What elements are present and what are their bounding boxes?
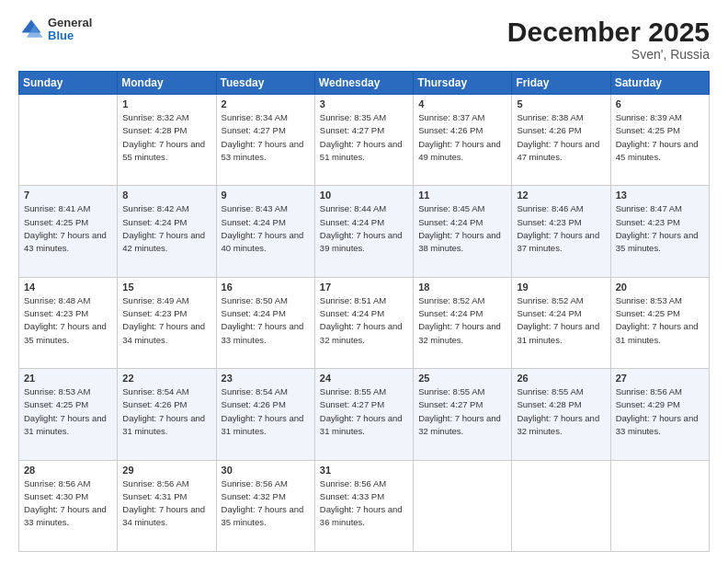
day-number: 8 <box>122 190 210 201</box>
calendar-table: Sunday Monday Tuesday Wednesday Thursday… <box>18 71 710 552</box>
col-sunday: Sunday <box>19 72 118 95</box>
day-number: 14 <box>24 282 112 293</box>
day-number: 22 <box>122 373 210 384</box>
table-row: 8Sunrise: 8:42 AMSunset: 4:24 PMDaylight… <box>118 186 216 277</box>
table-row: 13Sunrise: 8:47 AMSunset: 4:23 PMDayligh… <box>610 186 709 277</box>
col-friday: Friday <box>512 72 610 95</box>
day-info: Sunrise: 8:56 AMSunset: 4:30 PMDaylight:… <box>24 477 112 530</box>
table-row: 17Sunrise: 8:51 AMSunset: 4:24 PMDayligh… <box>314 277 413 368</box>
table-row: 27Sunrise: 8:56 AMSunset: 4:29 PMDayligh… <box>610 369 709 460</box>
day-info: Sunrise: 8:49 AMSunset: 4:23 PMDaylight:… <box>122 294 210 347</box>
day-info: Sunrise: 8:51 AMSunset: 4:24 PMDaylight:… <box>320 294 408 347</box>
table-row: 29Sunrise: 8:56 AMSunset: 4:31 PMDayligh… <box>118 460 216 551</box>
col-saturday: Saturday <box>610 72 709 95</box>
day-number: 27 <box>616 373 704 384</box>
day-info: Sunrise: 8:43 AMSunset: 4:24 PMDaylight:… <box>222 202 310 255</box>
day-info: Sunrise: 8:53 AMSunset: 4:25 PMDaylight:… <box>24 385 112 438</box>
day-info: Sunrise: 8:50 AMSunset: 4:24 PMDaylight:… <box>222 294 310 347</box>
day-number: 11 <box>418 190 506 201</box>
day-number: 23 <box>222 373 310 384</box>
day-info: Sunrise: 8:56 AMSunset: 4:32 PMDaylight:… <box>222 477 310 530</box>
location: Sven', Russia <box>507 47 710 62</box>
table-row: 1Sunrise: 8:32 AMSunset: 4:28 PMDaylight… <box>118 95 216 186</box>
table-row: 12Sunrise: 8:46 AMSunset: 4:23 PMDayligh… <box>512 186 610 277</box>
day-number: 2 <box>222 98 310 109</box>
day-info: Sunrise: 8:34 AMSunset: 4:27 PMDaylight:… <box>222 111 310 164</box>
day-number: 1 <box>122 98 210 109</box>
day-info: Sunrise: 8:54 AMSunset: 4:26 PMDaylight:… <box>222 385 310 438</box>
day-info: Sunrise: 8:35 AMSunset: 4:27 PMDaylight:… <box>320 111 408 164</box>
table-row: 10Sunrise: 8:44 AMSunset: 4:24 PMDayligh… <box>314 186 413 277</box>
table-row: 2Sunrise: 8:34 AMSunset: 4:27 PMDaylight… <box>216 95 314 186</box>
table-row: 16Sunrise: 8:50 AMSunset: 4:24 PMDayligh… <box>216 277 314 368</box>
header-right: December 2025 Sven', Russia <box>507 17 710 62</box>
day-number: 24 <box>320 373 408 384</box>
logo-text: General Blue <box>48 17 92 43</box>
day-info: Sunrise: 8:47 AMSunset: 4:23 PMDaylight:… <box>616 202 704 255</box>
day-number: 26 <box>517 373 605 384</box>
month-title: December 2025 <box>507 17 710 47</box>
day-info: Sunrise: 8:56 AMSunset: 4:33 PMDaylight:… <box>320 477 408 530</box>
col-thursday: Thursday <box>414 72 512 95</box>
page: General Blue December 2025 Sven', Russia… <box>0 0 728 563</box>
table-row: 7Sunrise: 8:41 AMSunset: 4:25 PMDaylight… <box>19 186 118 277</box>
day-number: 25 <box>418 373 506 384</box>
day-number: 10 <box>320 190 408 201</box>
day-number: 3 <box>320 98 408 109</box>
calendar-week-row: 1Sunrise: 8:32 AMSunset: 4:28 PMDaylight… <box>19 95 710 186</box>
table-row: 3Sunrise: 8:35 AMSunset: 4:27 PMDaylight… <box>314 95 413 186</box>
table-row: 25Sunrise: 8:55 AMSunset: 4:27 PMDayligh… <box>414 369 512 460</box>
table-row <box>414 460 512 551</box>
day-info: Sunrise: 8:45 AMSunset: 4:24 PMDaylight:… <box>418 202 506 255</box>
day-info: Sunrise: 8:56 AMSunset: 4:31 PMDaylight:… <box>122 477 210 530</box>
table-row: 4Sunrise: 8:37 AMSunset: 4:26 PMDaylight… <box>414 95 512 186</box>
col-monday: Monday <box>118 72 216 95</box>
day-number: 19 <box>517 282 605 293</box>
logo-icon <box>18 17 44 42</box>
day-number: 12 <box>517 190 605 201</box>
table-row: 23Sunrise: 8:54 AMSunset: 4:26 PMDayligh… <box>216 369 314 460</box>
table-row: 31Sunrise: 8:56 AMSunset: 4:33 PMDayligh… <box>314 460 413 551</box>
table-row: 24Sunrise: 8:55 AMSunset: 4:27 PMDayligh… <box>314 369 413 460</box>
day-info: Sunrise: 8:53 AMSunset: 4:25 PMDaylight:… <box>616 294 704 347</box>
calendar-week-row: 14Sunrise: 8:48 AMSunset: 4:23 PMDayligh… <box>19 277 710 368</box>
calendar-week-row: 28Sunrise: 8:56 AMSunset: 4:30 PMDayligh… <box>19 460 710 551</box>
day-info: Sunrise: 8:55 AMSunset: 4:27 PMDaylight:… <box>418 385 506 438</box>
day-info: Sunrise: 8:32 AMSunset: 4:28 PMDaylight:… <box>122 111 210 164</box>
day-info: Sunrise: 8:46 AMSunset: 4:23 PMDaylight:… <box>517 202 605 255</box>
table-row: 22Sunrise: 8:54 AMSunset: 4:26 PMDayligh… <box>118 369 216 460</box>
table-row: 19Sunrise: 8:52 AMSunset: 4:24 PMDayligh… <box>512 277 610 368</box>
day-number: 15 <box>122 282 210 293</box>
day-info: Sunrise: 8:38 AMSunset: 4:26 PMDaylight:… <box>517 111 605 164</box>
day-number: 13 <box>616 190 704 201</box>
day-number: 21 <box>24 373 112 384</box>
day-info: Sunrise: 8:44 AMSunset: 4:24 PMDaylight:… <box>320 202 408 255</box>
day-info: Sunrise: 8:56 AMSunset: 4:29 PMDaylight:… <box>616 385 704 438</box>
day-info: Sunrise: 8:37 AMSunset: 4:26 PMDaylight:… <box>418 111 506 164</box>
table-row: 9Sunrise: 8:43 AMSunset: 4:24 PMDaylight… <box>216 186 314 277</box>
table-row: 28Sunrise: 8:56 AMSunset: 4:30 PMDayligh… <box>19 460 118 551</box>
table-row: 20Sunrise: 8:53 AMSunset: 4:25 PMDayligh… <box>610 277 709 368</box>
day-number: 9 <box>222 190 310 201</box>
logo-blue-text: Blue <box>48 29 92 42</box>
day-number: 17 <box>320 282 408 293</box>
calendar-header-row: Sunday Monday Tuesday Wednesday Thursday… <box>19 72 710 95</box>
table-row <box>610 460 709 551</box>
day-info: Sunrise: 8:54 AMSunset: 4:26 PMDaylight:… <box>122 385 210 438</box>
day-number: 30 <box>222 465 310 476</box>
day-number: 6 <box>616 98 704 109</box>
table-row <box>19 95 118 186</box>
col-wednesday: Wednesday <box>314 72 413 95</box>
day-info: Sunrise: 8:41 AMSunset: 4:25 PMDaylight:… <box>24 202 112 255</box>
calendar-week-row: 7Sunrise: 8:41 AMSunset: 4:25 PMDaylight… <box>19 186 710 277</box>
table-row: 21Sunrise: 8:53 AMSunset: 4:25 PMDayligh… <box>19 369 118 460</box>
day-info: Sunrise: 8:52 AMSunset: 4:24 PMDaylight:… <box>418 294 506 347</box>
day-info: Sunrise: 8:48 AMSunset: 4:23 PMDaylight:… <box>24 294 112 347</box>
day-number: 28 <box>24 465 112 476</box>
table-row: 15Sunrise: 8:49 AMSunset: 4:23 PMDayligh… <box>118 277 216 368</box>
table-row: 5Sunrise: 8:38 AMSunset: 4:26 PMDaylight… <box>512 95 610 186</box>
day-info: Sunrise: 8:52 AMSunset: 4:24 PMDaylight:… <box>517 294 605 347</box>
table-row: 11Sunrise: 8:45 AMSunset: 4:24 PMDayligh… <box>414 186 512 277</box>
logo-general-text: General <box>48 17 92 29</box>
day-info: Sunrise: 8:39 AMSunset: 4:25 PMDaylight:… <box>616 111 704 164</box>
